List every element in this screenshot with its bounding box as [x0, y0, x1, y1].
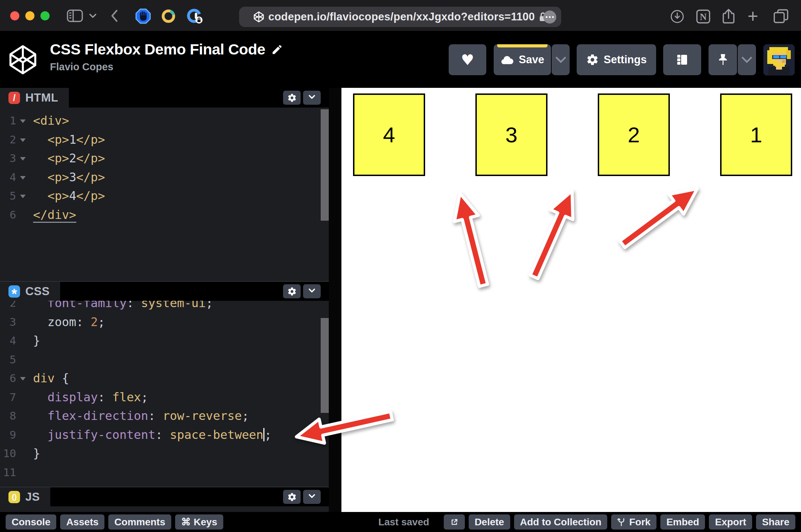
gear-icon	[287, 287, 297, 296]
chevron-down-icon	[741, 52, 752, 63]
css-tab-label: CSS	[25, 285, 50, 298]
css-editor-scrollbar[interactable]	[321, 318, 329, 413]
code-fold-arrow[interactable]	[16, 369, 29, 388]
code-fold-arrow[interactable]	[16, 111, 29, 130]
codepen-logo[interactable]	[8, 44, 37, 76]
line-number: 7	[0, 388, 16, 407]
pen-title: CSS Flexbox Demo Final Code	[50, 41, 265, 58]
chevron-down-icon	[308, 286, 315, 293]
sidebar-chevron-icon[interactable]	[89, 13, 97, 19]
privacy-lock-extension-icon[interactable]	[186, 8, 203, 24]
pin-button[interactable]	[709, 44, 737, 75]
css-editor-settings-button[interactable]	[283, 284, 301, 298]
line-number: 2	[0, 301, 16, 313]
like-button[interactable]: ♥	[449, 44, 486, 75]
code-line-css-9[interactable]: 9 justify-content: space-between;	[0, 426, 329, 445]
code-fold-arrow[interactable]	[16, 168, 29, 187]
line-number: 2	[0, 130, 16, 149]
js-file-icon: ()	[8, 491, 20, 503]
cloud-icon	[500, 55, 514, 65]
code-line-html-6[interactable]: 6</div>	[0, 206, 329, 225]
settings-button[interactable]: Settings	[577, 44, 656, 75]
share-button[interactable]: Share	[756, 514, 795, 530]
html-editor-collapse-button[interactable]	[303, 91, 321, 105]
line-number: 11	[0, 463, 16, 482]
code-line-css-6[interactable]: 6div {	[0, 369, 329, 388]
unsaved-indicator-bar	[497, 44, 547, 47]
delete-button[interactable]: Delete	[469, 514, 510, 530]
minimize-window-button[interactable]	[25, 11, 34, 20]
share-icon[interactable]	[722, 8, 736, 25]
edit-pencil-icon[interactable]	[271, 44, 283, 56]
code-line-css-8[interactable]: 8 flex-direction: row-reverse;	[0, 407, 329, 426]
html-file-icon: /	[8, 92, 20, 104]
flex-item-box-3: 3	[475, 93, 547, 176]
js-editor-settings-button[interactable]	[283, 490, 301, 504]
css-editor-collapse-button[interactable]	[303, 284, 321, 298]
tab-overview-icon[interactable]	[773, 8, 789, 24]
css-editor-header: * CSS	[0, 281, 329, 301]
pin-dropdown-button[interactable]	[738, 44, 756, 75]
html-code-editor[interactable]: 1<div>2 <p>1</p>3 <p>2</p>4 <p>3</p>5 <p…	[0, 108, 329, 281]
code-line-css-2[interactable]: 2 font-family: system-ui;	[0, 301, 329, 313]
notion-extension-icon[interactable]: N	[696, 9, 711, 24]
code-line-css-11[interactable]: 11	[0, 463, 329, 482]
tab-js[interactable]: () JS	[0, 487, 50, 506]
code-line-html-2[interactable]: 2 <p>1</p>	[0, 130, 329, 149]
gear-icon	[287, 492, 297, 502]
save-dropdown-button[interactable]	[552, 44, 570, 75]
line-number: 3	[0, 149, 16, 168]
code-line-html-5[interactable]: 5 <p>4</p>	[0, 187, 329, 206]
new-tab-plus-icon[interactable]: +	[748, 9, 758, 23]
zoom-window-button[interactable]	[40, 11, 50, 20]
keys-button[interactable]: ⌘ Keys	[175, 514, 223, 530]
comments-button[interactable]: Comments	[108, 514, 171, 530]
code-line-css-10[interactable]: 10}	[0, 444, 329, 463]
change-view-button[interactable]	[663, 44, 701, 75]
pen-author[interactable]: Flavio Copes	[50, 61, 283, 73]
close-window-button[interactable]	[10, 11, 19, 20]
save-button[interactable]: Save	[494, 44, 551, 75]
add-to-collection-button[interactable]: Add to Collection	[514, 514, 608, 530]
sidebar-toggle-icon[interactable]	[67, 9, 83, 22]
embed-button[interactable]: Embed	[660, 514, 705, 530]
export-button[interactable]: Export	[709, 514, 752, 530]
code-fold-gutter	[16, 388, 29, 407]
address-bar[interactable]: codepen.io/flaviocopes/pen/xxJgxdo?edito…	[239, 7, 561, 27]
page-settings-ellipsis-button[interactable]	[543, 11, 556, 24]
html-editor-scrollbar[interactable]	[321, 109, 329, 221]
editor-preview-divider[interactable]	[329, 88, 341, 512]
code-line-html-3[interactable]: 3 <p>2</p>	[0, 149, 329, 168]
js-editor-collapsed-area	[0, 506, 329, 512]
code-fold-arrow[interactable]	[16, 130, 29, 149]
line-number: 4	[0, 331, 16, 350]
code-line-css-5[interactable]: 5	[0, 350, 329, 369]
code-line-html-4[interactable]: 4 <p>3</p>	[0, 168, 329, 187]
codepen-favicon	[254, 11, 264, 22]
flex-item-box-4: 4	[353, 93, 425, 176]
code-fold-arrow[interactable]	[16, 187, 29, 206]
downloads-icon[interactable]	[670, 9, 685, 24]
tab-html[interactable]: / HTML	[0, 88, 69, 108]
adblock-extension-icon[interactable]	[135, 8, 151, 24]
code-line-css-4[interactable]: 4}	[0, 331, 329, 350]
tab-css[interactable]: * CSS	[0, 282, 60, 301]
js-editor-collapse-button[interactable]	[303, 490, 321, 504]
code-line-css-7[interactable]: 7 display: flex;	[0, 388, 329, 407]
editor-column: / HTML 1<div>2 <p>1</p>3 <p>2</p>4 <p>3<…	[0, 88, 329, 512]
code-line-html-1[interactable]: 1<div>	[0, 111, 329, 130]
fork-button[interactable]: Fork	[611, 514, 656, 530]
user-avatar[interactable]	[763, 44, 795, 76]
ring-extension-icon[interactable]	[161, 9, 176, 24]
css-code-editor[interactable]: 2 font-family: system-ui;3 zoom: 2;4}56d…	[0, 301, 329, 487]
chevron-down-icon	[555, 52, 566, 63]
settings-label: Settings	[604, 53, 647, 66]
back-button[interactable]	[110, 9, 119, 22]
open-in-new-window-button[interactable]	[444, 514, 465, 530]
console-button[interactable]: Console	[6, 514, 56, 530]
assets-button[interactable]: Assets	[60, 514, 104, 530]
code-fold-arrow[interactable]	[16, 149, 29, 168]
code-line-css-3[interactable]: 3 zoom: 2;	[0, 313, 329, 332]
html-editor-settings-button[interactable]	[283, 91, 301, 105]
chevron-down-icon	[308, 491, 315, 498]
